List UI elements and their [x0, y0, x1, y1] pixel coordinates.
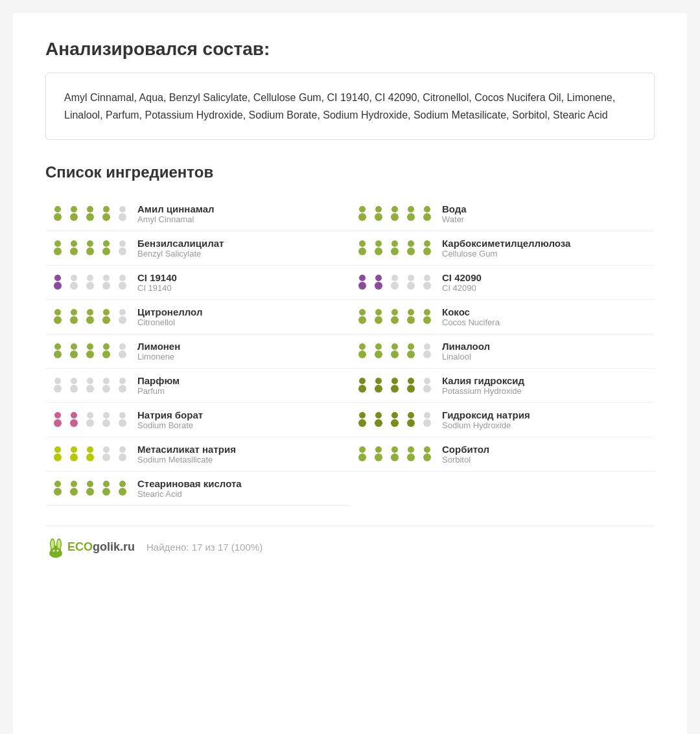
dot-gray	[388, 273, 402, 292]
ingredient-item: ПарфюмParfum	[45, 369, 350, 403]
ingredient-name: CI 19140	[137, 272, 345, 283]
svg-point-62	[71, 309, 77, 315]
footer: ECOgolik.ru Найдено: 17 из 17 (100%)	[45, 525, 655, 558]
dot-green	[388, 342, 402, 360]
ingredient-latin: Benzyl Salicylate	[137, 249, 345, 258]
ingredient-info: Амил циннамалAmyl Cinnamal	[137, 203, 345, 224]
ingredient-item: Калия гидроксидPotassium Hydroxide	[350, 369, 655, 403]
svg-point-17	[407, 213, 415, 221]
svg-point-86	[103, 343, 110, 350]
ingredient-name: Калия гидроксид	[442, 375, 649, 386]
svg-point-133	[375, 419, 382, 427]
svg-point-151	[358, 453, 366, 461]
ingredient-info: CI 19140CI 19140	[137, 272, 345, 293]
svg-point-127	[102, 419, 110, 427]
ingredient-latin: Parfum	[137, 386, 345, 396]
dot-green	[404, 205, 418, 223]
svg-point-168	[119, 481, 126, 487]
dot-gray	[115, 205, 130, 223]
ingredient-latin: Cellulose Gum	[442, 249, 649, 258]
svg-point-75	[391, 316, 399, 324]
svg-point-8	[119, 206, 126, 212]
ingredient-name: Бензилсалицилат	[137, 238, 345, 249]
dot-green	[388, 308, 402, 326]
svg-point-56	[408, 275, 414, 281]
svg-point-5	[86, 213, 94, 221]
svg-point-11	[358, 213, 366, 221]
ingredient-name: Стеариновая кислота	[137, 478, 345, 489]
svg-point-176	[51, 540, 54, 549]
dot-green	[67, 342, 81, 360]
svg-point-105	[86, 385, 94, 393]
dot-gray	[51, 376, 65, 395]
svg-point-83	[70, 350, 78, 358]
svg-point-161	[54, 488, 62, 496]
svg-point-78	[424, 309, 430, 315]
ingredient-name: Кокос	[442, 306, 649, 317]
dots-row	[51, 411, 130, 429]
svg-point-110	[359, 378, 366, 384]
list-title: Список ингредиентов	[45, 163, 655, 181]
svg-point-140	[54, 446, 61, 453]
dot-gray	[99, 376, 113, 395]
dot-green	[83, 342, 97, 360]
dot-green	[51, 479, 65, 498]
svg-point-132	[375, 412, 382, 419]
svg-point-76	[408, 309, 414, 315]
dot-gray	[67, 376, 81, 395]
svg-point-45	[86, 282, 94, 290]
dot-green	[99, 479, 113, 498]
svg-point-147	[102, 453, 110, 461]
ingredients-composition-box: Amyl Cinnamal, Aqua, Benzyl Salicylate, …	[45, 73, 655, 140]
dots-row	[51, 445, 130, 463]
ingredients-grid: Амил циннамалAmyl Cinnamal ВодаWater	[45, 197, 655, 506]
svg-point-9	[119, 213, 126, 221]
svg-point-72	[375, 309, 382, 315]
svg-point-44	[87, 275, 93, 281]
svg-point-153	[375, 453, 382, 461]
ingredient-name: Парфюм	[137, 375, 345, 386]
dots-row	[355, 411, 434, 429]
ingredient-info: ПарфюмParfum	[137, 375, 345, 396]
dot-green	[67, 239, 81, 257]
dot-gray	[115, 445, 130, 463]
ingredient-info: Калия гидроксидPotassium Hydroxide	[442, 375, 649, 396]
dot-green	[83, 479, 97, 498]
dot-olive	[404, 411, 418, 429]
svg-point-108	[119, 378, 126, 384]
svg-point-92	[375, 343, 382, 350]
svg-point-28	[119, 240, 126, 247]
dot-olive	[371, 411, 386, 429]
dot-gray	[83, 273, 97, 292]
svg-point-120	[54, 412, 61, 419]
svg-point-138	[424, 412, 430, 419]
dots-row	[355, 205, 434, 223]
dot-pink	[67, 411, 81, 429]
svg-point-74	[391, 309, 398, 315]
svg-point-102	[71, 378, 77, 384]
svg-point-119	[423, 385, 431, 393]
dot-gray	[115, 411, 130, 429]
ingredient-item: КарбоксиметилцеллюлозаCellulose Gum	[350, 231, 655, 266]
svg-point-32	[375, 240, 382, 247]
dots-row	[51, 273, 130, 292]
svg-point-165	[86, 488, 94, 496]
svg-point-20	[54, 240, 61, 247]
svg-point-1	[54, 213, 62, 221]
svg-point-50	[359, 275, 366, 281]
svg-point-58	[424, 275, 430, 281]
svg-point-155	[391, 453, 399, 461]
svg-point-0	[54, 206, 61, 212]
svg-point-159	[423, 453, 431, 461]
svg-point-24	[87, 240, 93, 247]
svg-point-37	[407, 247, 415, 255]
svg-point-164	[87, 481, 93, 487]
ingredient-item: БензилсалицилатBenzyl Salicylate	[45, 231, 350, 266]
svg-point-163	[70, 488, 78, 496]
dot-green	[355, 205, 369, 223]
dot-green	[388, 205, 402, 223]
ingredient-item: СорбитолSorbitol	[350, 437, 655, 472]
svg-point-97	[407, 350, 415, 358]
ingredient-name: Лимонен	[137, 341, 345, 352]
svg-point-26	[103, 240, 110, 247]
